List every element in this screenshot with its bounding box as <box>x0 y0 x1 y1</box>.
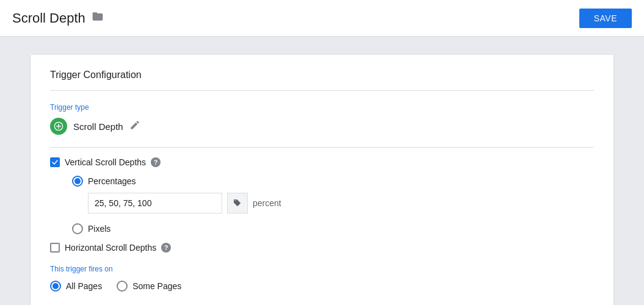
vertical-scroll-checkbox[interactable] <box>50 157 60 167</box>
trigger-config-card: Trigger Configuration Trigger type Scrol… <box>31 55 613 305</box>
percentages-radio[interactable] <box>72 176 83 187</box>
card-title: Trigger Configuration <box>50 70 594 91</box>
fires-on-radio-group: All Pages Some Pages <box>50 281 594 298</box>
divider-1 <box>50 147 594 148</box>
pixels-radio-row: Pixels <box>72 223 594 234</box>
folder-icon[interactable] <box>92 10 104 26</box>
some-pages-label: Some Pages <box>132 281 181 291</box>
horizontal-scroll-help-icon[interactable]: ? <box>161 243 171 253</box>
vertical-scroll-checkbox-row: Vertical Scroll Depths ? <box>50 157 594 167</box>
page-title: Scroll Depth <box>12 10 85 26</box>
all-pages-radio-inner <box>52 283 59 289</box>
fires-on-label: This trigger fires on <box>50 265 594 273</box>
horizontal-scroll-checkbox[interactable] <box>50 243 60 253</box>
vertical-scroll-help-icon[interactable]: ? <box>151 157 161 167</box>
percentages-label: Percentages <box>88 176 136 186</box>
all-pages-radio-row: All Pages <box>50 281 102 292</box>
horizontal-scroll-checkbox-row: Horizontal Scroll Depths ? <box>50 243 594 253</box>
trigger-name: Scroll Depth <box>73 121 123 132</box>
tag-variable-button[interactable] <box>227 193 248 214</box>
all-pages-radio[interactable] <box>50 281 61 292</box>
header: Scroll Depth SAVE <box>0 0 644 37</box>
percentages-radio-row: Percentages <box>72 176 594 187</box>
trigger-type-label: Trigger type <box>50 103 594 112</box>
horizontal-scroll-label: Horizontal Scroll Depths <box>65 243 156 253</box>
edit-trigger-icon[interactable] <box>129 120 140 133</box>
scroll-depth-icon <box>50 118 67 135</box>
percentages-radio-inner <box>74 178 81 184</box>
vertical-scroll-options: Percentages percent Pixels <box>72 176 594 234</box>
all-pages-label: All Pages <box>66 281 102 291</box>
some-pages-radio-row: Some Pages <box>117 281 181 292</box>
header-left: Scroll Depth <box>12 10 104 26</box>
pixels-label: Pixels <box>88 224 110 234</box>
main-content: Trigger Configuration Trigger type Scrol… <box>0 37 644 305</box>
percentages-input-row: percent <box>88 193 594 214</box>
trigger-type-row: Scroll Depth <box>50 118 594 135</box>
pixels-radio[interactable] <box>72 223 83 234</box>
percentages-input[interactable] <box>88 193 222 214</box>
percent-unit-label: percent <box>253 198 281 208</box>
save-button[interactable]: SAVE <box>579 9 632 28</box>
some-pages-radio[interactable] <box>117 281 128 292</box>
vertical-scroll-label: Vertical Scroll Depths <box>65 157 146 167</box>
